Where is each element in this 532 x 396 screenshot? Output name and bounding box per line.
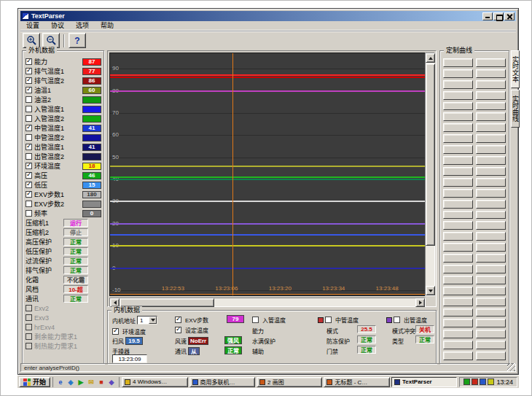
curve-slot-button[interactable] <box>443 112 473 121</box>
sensor-checkbox[interactable] <box>26 343 32 349</box>
sensor-checkbox[interactable] <box>26 163 32 169</box>
curve-slot-button[interactable] <box>443 341 473 349</box>
curve-slot-button[interactable] <box>476 221 506 230</box>
sensor-checkbox[interactable] <box>26 125 32 131</box>
sensor-checkbox[interactable] <box>26 106 32 112</box>
curve-slot-button[interactable] <box>476 167 506 176</box>
resize-grip[interactable] <box>507 363 515 371</box>
in-pipe-checkbox[interactable] <box>252 317 259 323</box>
curve-slot-button[interactable] <box>443 298 473 306</box>
curve-slot-button[interactable] <box>443 232 473 241</box>
curve-slot-button[interactable] <box>443 221 473 230</box>
curve-slot-button[interactable] <box>443 254 473 263</box>
task-button[interactable]: TextParser <box>391 377 457 387</box>
curve-slot-button[interactable] <box>476 298 506 306</box>
plot-area[interactable]: 9080706050403020100-1013:22:5313:23:0613… <box>109 53 426 296</box>
quicklaunch-icon[interactable]: ✉ <box>87 378 95 387</box>
close-button[interactable] <box>504 12 515 20</box>
sensor-checkbox[interactable] <box>26 333 32 340</box>
task-button[interactable]: 商用多联机… <box>189 377 255 387</box>
curve-slot-button[interactable] <box>443 276 473 284</box>
curve-slot-button[interactable] <box>476 232 506 241</box>
curve-slot-button[interactable] <box>443 58 473 67</box>
exv-checkbox[interactable] <box>175 317 181 323</box>
curve-slot-button[interactable] <box>443 69 473 78</box>
sensor-checkbox[interactable] <box>26 305 32 311</box>
curve-slot-button[interactable] <box>443 287 473 295</box>
quicklaunch-icon[interactable]: ◈ <box>66 378 75 387</box>
horizontal-scrollbar[interactable] <box>109 298 426 307</box>
curve-slot-button[interactable] <box>476 134 506 143</box>
curve-slot-button[interactable] <box>476 287 506 295</box>
curve-slot-button[interactable] <box>476 112 506 121</box>
curve-slot-button[interactable] <box>476 308 506 317</box>
curve-slot-button[interactable] <box>443 134 473 143</box>
sensor-checkbox[interactable] <box>26 87 32 93</box>
curve-slot-button[interactable] <box>476 102 506 111</box>
curve-slot-button[interactable] <box>476 145 506 154</box>
quicklaunch-icon[interactable]: e <box>56 378 65 387</box>
env-temp-checkbox[interactable] <box>112 328 119 335</box>
curve-slot-button[interactable] <box>476 69 506 78</box>
curve-slot-button[interactable] <box>443 243 473 252</box>
task-button[interactable]: 2 画图 <box>257 377 322 387</box>
menu-item-1[interactable]: 设置 <box>20 21 45 30</box>
curve-slot-button[interactable] <box>443 200 473 209</box>
help-button[interactable] <box>69 33 86 48</box>
out-pipe-checkbox[interactable] <box>394 317 400 323</box>
curve-slot-button[interactable] <box>443 265 473 273</box>
scroll-up-button[interactable] <box>426 53 435 63</box>
task-button[interactable]: 无标题 - C… <box>324 377 389 387</box>
curve-slot-button[interactable] <box>476 319 506 327</box>
curve-slot-button[interactable] <box>443 102 473 111</box>
curve-slot-button[interactable] <box>443 319 473 327</box>
sensor-checkbox[interactable] <box>26 172 32 179</box>
sensor-checkbox[interactable] <box>26 134 32 141</box>
sensor-checkbox[interactable] <box>26 201 32 207</box>
sensor-checkbox[interactable] <box>26 77 32 84</box>
curve-slot-button[interactable] <box>443 145 473 154</box>
tray-icon[interactable] <box>488 378 494 385</box>
curve-slot-button[interactable] <box>476 156 506 165</box>
curve-slot-button[interactable] <box>443 167 473 176</box>
curve-slot-button[interactable] <box>476 58 506 67</box>
maximize-button[interactable] <box>493 12 504 20</box>
curve-slot-button[interactable] <box>476 178 506 187</box>
sensor-checkbox[interactable] <box>26 324 32 330</box>
side-tab-2[interactable]: 实时曲线 <box>511 90 520 128</box>
mid-pipe-checkbox[interactable] <box>325 317 332 323</box>
zoom-in-button[interactable] <box>23 33 40 48</box>
curve-slot-button[interactable] <box>443 91 473 100</box>
curve-slot-button[interactable] <box>443 178 473 187</box>
curve-slot-button[interactable] <box>476 243 506 252</box>
curve-slot-button[interactable] <box>443 123 473 132</box>
quicklaunch-icon[interactable]: ◆ <box>107 378 116 387</box>
title-bar[interactable]: TextParser <box>20 11 516 21</box>
sensor-checkbox[interactable] <box>26 144 32 150</box>
sensor-checkbox[interactable] <box>26 314 32 321</box>
curve-slot-button[interactable] <box>476 276 506 284</box>
curve-slot-button[interactable] <box>443 308 473 317</box>
curve-slot-button[interactable] <box>443 330 473 338</box>
curve-slot-button[interactable] <box>476 254 506 263</box>
sensor-checkbox[interactable] <box>26 191 32 198</box>
curve-slot-button[interactable] <box>443 352 473 360</box>
curve-slot-button[interactable] <box>476 265 506 273</box>
curve-slot-button[interactable] <box>476 341 506 349</box>
side-tab-1[interactable]: 实时文本 <box>511 50 520 88</box>
curve-slot-button[interactable] <box>443 80 473 89</box>
scroll-down-button[interactable] <box>426 286 435 295</box>
chevron-down-icon[interactable] <box>149 317 157 324</box>
sensor-checkbox[interactable] <box>26 153 32 160</box>
sensor-checkbox[interactable] <box>26 68 32 74</box>
tray-icon[interactable] <box>463 378 470 385</box>
curve-slot-button[interactable] <box>476 123 506 132</box>
vertical-scroll-thumb[interactable] <box>426 63 435 246</box>
task-button[interactable]: 4 Windows… <box>122 377 187 387</box>
curve-slot-button[interactable] <box>443 211 473 220</box>
curve-slot-button[interactable] <box>476 189 506 198</box>
sensor-checkbox[interactable] <box>26 182 32 188</box>
sensor-checkbox[interactable] <box>26 115 32 122</box>
curve-slot-button[interactable] <box>476 211 506 220</box>
minimize-button[interactable] <box>482 12 493 20</box>
